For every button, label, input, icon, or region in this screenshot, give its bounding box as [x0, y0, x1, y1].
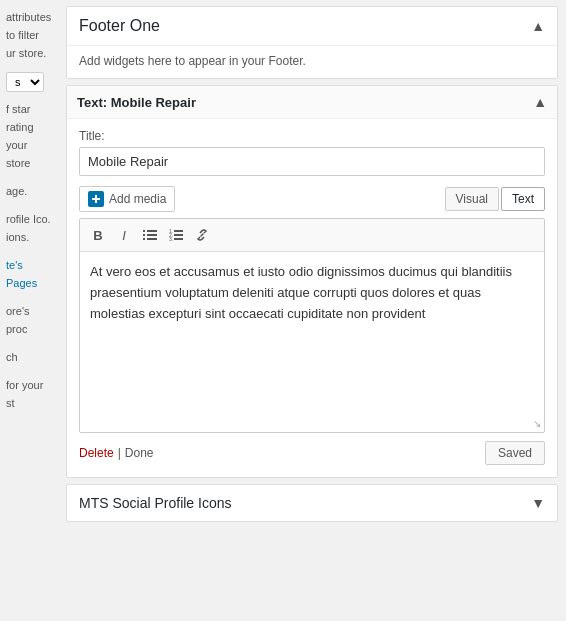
svg-rect-9	[174, 230, 183, 232]
editor-toolbar-row: Add media Visual Text	[79, 186, 545, 212]
sidebar-text-4: your store	[6, 139, 30, 169]
widget-header-title: Text: Mobile Repair	[77, 95, 196, 110]
bold-button[interactable]: B	[86, 223, 110, 247]
svg-rect-4	[143, 234, 145, 236]
main-content: Footer One ▲ Add widgets here to appear …	[58, 0, 566, 528]
svg-rect-13	[174, 238, 183, 240]
widget-body: Title: Add media Visual Text	[67, 119, 557, 477]
svg-rect-7	[147, 238, 157, 240]
text-widget-panel: Text: Mobile Repair ▲ Title: Add media	[66, 85, 558, 478]
widget-header: Text: Mobile Repair ▲	[67, 86, 557, 119]
sidebar-text-7: ions.	[6, 231, 29, 243]
svg-rect-3	[147, 230, 157, 232]
rating-select[interactable]: s by Rat...	[6, 72, 44, 92]
format-toolbar: B I 1.	[80, 219, 544, 252]
sidebar-text-11: for your st	[6, 379, 43, 409]
widget-collapse-icon[interactable]: ▲	[533, 94, 547, 110]
editor-content[interactable]: At vero eos et accusamus et iusto odio d…	[80, 252, 544, 432]
sidebar-text-3: f star rating	[6, 103, 34, 133]
mts-collapse-icon[interactable]: ▼	[531, 495, 545, 511]
svg-rect-6	[143, 238, 145, 240]
sidebar: attributes to filter ur store. s by Rat.…	[0, 0, 58, 430]
ordered-list-button[interactable]: 1. 2. 3.	[164, 223, 188, 247]
link-button[interactable]	[190, 223, 214, 247]
svg-rect-2	[143, 230, 145, 232]
mts-panel-title: MTS Social Profile Icons	[79, 495, 232, 511]
sidebar-text-2: ur store.	[6, 47, 46, 59]
svg-text:3.: 3.	[169, 236, 173, 242]
svg-rect-1	[95, 195, 97, 203]
tab-text[interactable]: Text	[501, 187, 545, 211]
editor-area: B I 1.	[79, 218, 545, 433]
editor-text: At vero eos et accusamus et iusto odio d…	[90, 264, 512, 321]
sidebar-text-9: ore's proc	[6, 305, 30, 335]
add-media-label: Add media	[109, 192, 166, 206]
svg-rect-11	[174, 234, 183, 236]
unordered-list-button[interactable]	[138, 223, 162, 247]
sidebar-text-5: age.	[6, 185, 27, 197]
view-tabs: Visual Text	[445, 187, 545, 211]
add-media-button[interactable]: Add media	[79, 186, 175, 212]
italic-button[interactable]: I	[112, 223, 136, 247]
add-media-icon	[88, 191, 104, 207]
svg-line-14	[201, 234, 204, 237]
mts-social-panel: MTS Social Profile Icons ▼	[66, 484, 558, 522]
saved-button: Saved	[485, 441, 545, 465]
title-input[interactable]	[79, 147, 545, 176]
sidebar-text-6: rofile Ico.	[6, 213, 51, 225]
footer-panel-collapse-icon[interactable]: ▲	[531, 18, 545, 34]
footer-panel-description: Add widgets here to appear in your Foote…	[67, 46, 557, 78]
delete-link[interactable]: Delete	[79, 446, 114, 460]
mts-panel-header: MTS Social Profile Icons ▼	[67, 485, 557, 521]
sidebar-text-1: attributes to filter	[6, 11, 51, 41]
widget-links: Delete | Done	[79, 446, 154, 460]
footer-panel-title: Footer One	[79, 17, 160, 35]
sidebar-select-row: s by Rat...	[6, 72, 52, 92]
svg-rect-5	[147, 234, 157, 236]
footer-one-panel: Footer One ▲ Add widgets here to appear …	[66, 6, 558, 79]
footer-panel-header: Footer One ▲	[67, 7, 557, 46]
tab-visual[interactable]: Visual	[445, 187, 499, 211]
done-link[interactable]: Done	[125, 446, 154, 460]
resize-handle[interactable]: ↘	[533, 419, 541, 429]
widget-footer: Delete | Done Saved	[79, 433, 545, 465]
sidebar-pages-link[interactable]: te's Pages	[6, 259, 37, 289]
link-separator: |	[118, 446, 121, 460]
sidebar-text-10: ch	[6, 351, 18, 363]
title-label: Title:	[79, 129, 545, 143]
